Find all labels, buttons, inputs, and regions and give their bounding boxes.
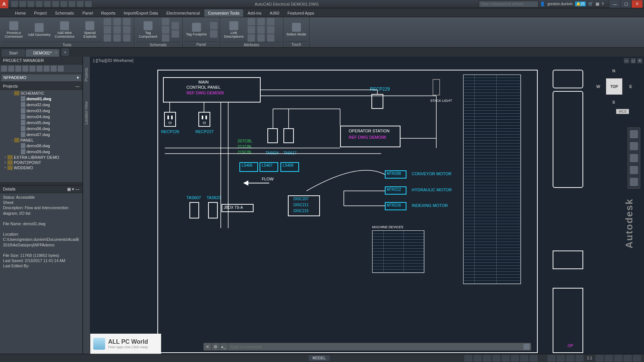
status-hw-icon[interactable] (614, 355, 622, 362)
tab-project[interactable]: Project (30, 9, 50, 17)
tree-file[interactable]: demo05.dwg (0, 120, 82, 126)
status-ann-icon[interactable] (575, 355, 584, 362)
tool-sm-2[interactable] (104, 26, 111, 34)
viewcube[interactable]: TOP N S W E (596, 68, 633, 105)
sch-sm-2[interactable] (162, 26, 169, 34)
tab-conversion-tools[interactable]: Conversion Tools (204, 9, 243, 17)
tool-sm-9[interactable] (123, 34, 131, 42)
tree-folder[interactable]: -PANEL (0, 138, 82, 143)
nav-zoom-icon[interactable] (630, 154, 638, 162)
nav-pan-icon[interactable] (630, 142, 638, 150)
promise-conversion-button[interactable]: Promis-e Conversion (2, 19, 25, 41)
tree-folder[interactable]: -SCHEMATIC (0, 91, 82, 96)
tool-sm-4[interactable] (113, 18, 121, 25)
tool-sm-7[interactable] (123, 18, 131, 25)
qat-prev-icon[interactable] (69, 1, 75, 7)
notification-badge[interactable]: 🔔28 (575, 1, 586, 6)
help-search-input[interactable] (479, 1, 538, 7)
nav-orbit-icon[interactable] (630, 166, 638, 174)
status-osnap-icon[interactable] (502, 355, 510, 362)
pm-projects-section[interactable]: Projects— (0, 82, 82, 90)
att-sm-8[interactable] (267, 26, 274, 34)
pnl-sm-2[interactable] (210, 30, 217, 38)
app-menu-button[interactable]: A (0, 0, 8, 8)
att-sm-3[interactable] (248, 34, 255, 42)
qat-new-icon[interactable] (11, 1, 18, 7)
app-store-icon[interactable]: ▦ (596, 1, 599, 6)
qat-undo-icon[interactable] (52, 1, 59, 7)
cmd-history-icon[interactable] (524, 344, 530, 350)
qat-redo-icon[interactable] (60, 1, 67, 7)
signin-icon[interactable]: 👤 (540, 1, 545, 6)
cmd-close-icon[interactable]: ✕ (204, 343, 212, 350)
tab-electromech[interactable]: Electromechanical (163, 9, 204, 17)
add-geometry-button[interactable]: Add Geometry (28, 19, 51, 41)
model-space-button[interactable]: MODEL (309, 355, 330, 361)
sch-sm-4[interactable] (172, 22, 179, 29)
drawing-canvas[interactable]: [-][Top][2D Wireframe] — ▢ ✕ MAIN CONTRO… (90, 57, 644, 354)
tab-featured-apps[interactable]: Featured Apps (284, 9, 318, 17)
viewcube-w[interactable]: W (596, 84, 600, 89)
pm-tool-help-icon[interactable] (58, 66, 64, 72)
status-clean-icon[interactable] (623, 355, 632, 362)
close-button[interactable]: ✕ (631, 0, 643, 8)
pnl-sm-1[interactable] (210, 22, 217, 29)
tree-file[interactable]: demo07.dwg (0, 132, 82, 138)
cart-icon[interactable]: 🛒 (588, 1, 593, 6)
sch-sm-5[interactable] (172, 30, 179, 38)
tab-import-export[interactable]: Import/Export Data (120, 9, 162, 17)
qat-save-icon[interactable] (28, 1, 34, 7)
status-gear-icon[interactable] (596, 355, 604, 362)
tab-location-view-vertical[interactable]: Location View (84, 101, 88, 125)
status-iso-icon[interactable] (605, 355, 613, 362)
status-custom-icon[interactable] (633, 355, 641, 362)
qat-next-icon[interactable] (77, 1, 84, 7)
tab-reports[interactable]: Reports (97, 9, 119, 17)
viewcube-e[interactable]: E (629, 84, 632, 89)
status-lwt-icon[interactable] (520, 355, 528, 362)
nav-showme-icon[interactable] (630, 178, 638, 186)
tag-footprint-button[interactable]: Tag Footprint (185, 19, 208, 41)
pm-tool-open-icon[interactable] (8, 66, 14, 72)
select-mode-button[interactable]: Select Mode (286, 19, 307, 41)
status-snap-icon[interactable] (474, 355, 482, 362)
tree-file[interactable]: demo04.dwg (0, 114, 82, 120)
new-tab-button[interactable]: + (62, 48, 69, 56)
pm-tool-prev-icon[interactable] (22, 66, 28, 72)
tree-file[interactable]: demo08.dwg (0, 143, 82, 149)
tab-panel[interactable]: Panel (79, 9, 97, 17)
att-sm-5[interactable] (257, 26, 265, 34)
pm-tool-next-icon[interactable] (29, 66, 35, 72)
status-ortho-icon[interactable] (483, 355, 491, 362)
maximize-button[interactable]: ▢ (620, 0, 631, 8)
link-descriptions-button[interactable]: Link Descriptions (222, 19, 245, 41)
qat-open-icon[interactable] (19, 1, 26, 7)
minimize-button[interactable]: — (609, 0, 620, 8)
pm-tool-settings-icon[interactable] (51, 66, 57, 72)
att-sm-9[interactable] (267, 34, 274, 42)
viewcube-s[interactable]: S (612, 100, 615, 104)
status-polar-icon[interactable] (492, 355, 500, 362)
pm-details-tools[interactable]: ▦ ▾ — (67, 187, 79, 192)
att-sm-7[interactable] (267, 18, 274, 25)
qat-plot-icon[interactable] (44, 1, 51, 7)
add-wire-connections-button[interactable]: Add Wire Connections (53, 19, 76, 41)
sch-sm-3[interactable] (162, 34, 169, 42)
att-sm-2[interactable] (248, 26, 255, 34)
qat-saveas-icon[interactable] (36, 1, 43, 7)
qat-proj-icon[interactable] (85, 1, 92, 7)
tab-a360[interactable]: A360 (266, 9, 283, 17)
att-sm-4[interactable] (257, 18, 265, 25)
viewcube-n[interactable]: N (612, 69, 615, 73)
tree-file[interactable]: demo01.dwg (0, 96, 82, 102)
tab-schematic[interactable]: Schematic (51, 9, 78, 17)
tree-file[interactable]: demo02.dwg (0, 102, 82, 108)
tool-sm-8[interactable] (123, 26, 131, 34)
close-tab-icon[interactable]: ✕ (55, 51, 58, 54)
tree-folder[interactable]: +WDDEMO (0, 165, 82, 170)
tree-folder[interactable]: +POINT2POINT (0, 160, 82, 165)
tree-file[interactable]: demo03.dwg (0, 108, 82, 114)
att-sm-1[interactable] (248, 18, 255, 25)
tab-projects-vertical[interactable]: Projects (84, 68, 88, 81)
nav-wheel-icon[interactable] (630, 130, 638, 138)
